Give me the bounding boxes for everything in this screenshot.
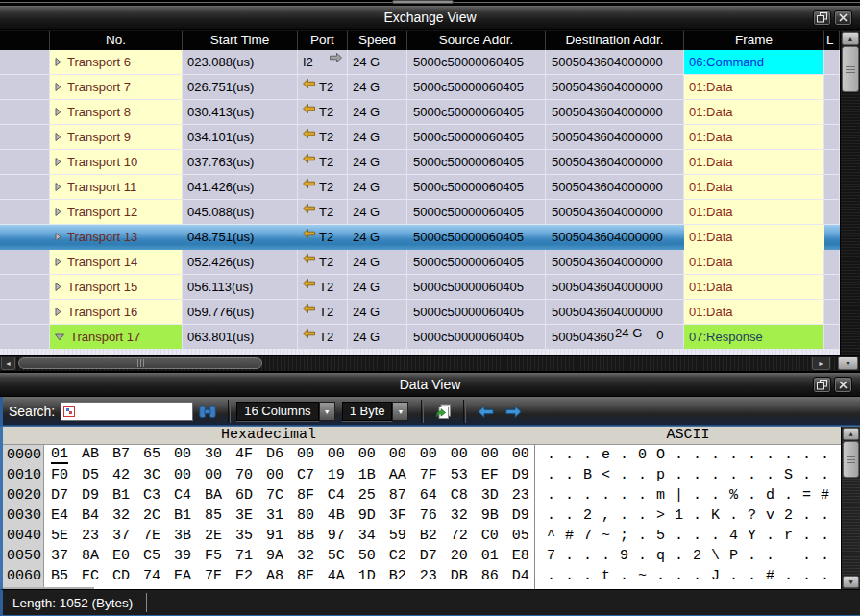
- hex-row[interactable]: 00405E23377E3B2E35918B973459B272C005^#7~…: [3, 526, 841, 546]
- hex-byte[interactable]: F0: [51, 467, 68, 483]
- hex-byte[interactable]: B1: [174, 507, 191, 524]
- vertical-scroll-thumb[interactable]: [843, 441, 859, 478]
- column-header-speed[interactable]: Speed: [348, 31, 407, 50]
- hex-byte[interactable]: E0: [112, 548, 130, 564]
- hex-row[interactable]: 0020D7D9B1C3C4BA6D7C8FC4258764C83D23....…: [3, 485, 841, 505]
- close-button[interactable]: [834, 377, 852, 393]
- column-header-start-time[interactable]: Start Time: [183, 31, 298, 50]
- hex-byte[interactable]: 71: [235, 548, 253, 564]
- hex-byte[interactable]: 00: [297, 446, 314, 464]
- collapse-triangle[interactable]: [55, 330, 64, 344]
- hex-byte[interactable]: 1D: [358, 568, 376, 584]
- hex-byte[interactable]: 87: [389, 487, 406, 504]
- hex-byte[interactable]: 8F: [297, 487, 314, 504]
- column-header-l[interactable]: L: [824, 31, 840, 50]
- previous-button[interactable]: [478, 406, 494, 418]
- hex-byte[interactable]: 32: [451, 507, 468, 524]
- data-view-titlebar[interactable]: Data View: [0, 373, 860, 397]
- hex-byte[interactable]: 85: [205, 507, 222, 524]
- hex-byte[interactable]: 86: [481, 568, 499, 584]
- exchange-row[interactable]: Transport 17063.801(us)T224 G5000c500000…: [0, 325, 840, 350]
- column-header-port[interactable]: Port: [298, 31, 348, 50]
- data-view-vertical-scrollbar[interactable]: ▲ ▼: [841, 427, 860, 589]
- hex-byte[interactable]: D4: [512, 568, 529, 584]
- hex-byte[interactable]: 37: [112, 528, 130, 544]
- hex-byte[interactable]: 7E: [205, 568, 222, 584]
- hex-byte[interactable]: 80: [297, 507, 314, 524]
- hex-byte[interactable]: 50: [358, 548, 376, 564]
- hex-byte[interactable]: 4A: [328, 568, 345, 584]
- exchange-row[interactable]: Transport 12045.088(us)T224 G5000c500000…: [0, 200, 840, 225]
- hex-byte[interactable]: 37: [51, 548, 68, 564]
- hex-byte[interactable]: F5: [205, 548, 222, 564]
- hex-byte[interactable]: E4: [51, 507, 68, 524]
- hex-byte[interactable]: 20: [451, 548, 468, 564]
- hex-byte[interactable]: B2: [420, 528, 437, 544]
- horizontal-scroll-thumb[interactable]: [18, 357, 262, 369]
- exchange-view-titlebar[interactable]: Exchange View: [0, 6, 860, 30]
- hex-byte[interactable]: 00: [266, 467, 283, 483]
- hex-byte[interactable]: 23: [82, 528, 99, 544]
- scroll-up-button[interactable]: ▲: [843, 428, 859, 440]
- hex-byte[interactable]: E2: [235, 568, 253, 584]
- expand-triangle[interactable]: [55, 205, 61, 219]
- hex-byte[interactable]: D9: [82, 487, 99, 504]
- hex-byte[interactable]: B1: [112, 487, 130, 504]
- hex-byte[interactable]: BA: [205, 487, 222, 504]
- hex-byte[interactable]: D7: [51, 487, 68, 504]
- hex-byte[interactable]: 34: [358, 528, 376, 544]
- hex-byte[interactable]: C3: [143, 487, 160, 504]
- hex-byte[interactable]: 3B: [174, 528, 191, 544]
- hex-byte[interactable]: 70: [235, 467, 253, 483]
- hex-byte[interactable]: C4: [174, 487, 191, 504]
- close-button[interactable]: [834, 10, 852, 26]
- hex-byte[interactable]: 2C: [143, 507, 160, 524]
- hex-byte[interactable]: 5C: [328, 548, 345, 564]
- expand-triangle[interactable]: [55, 130, 61, 144]
- find-button[interactable]: [199, 405, 216, 419]
- hex-byte[interactable]: 32: [297, 548, 314, 564]
- expand-triangle[interactable]: [55, 180, 61, 194]
- hex-byte[interactable]: 3D: [481, 487, 499, 504]
- exchange-row[interactable]: Transport 10037.763(us)T224 G5000c500000…: [0, 150, 840, 175]
- expand-triangle[interactable]: [55, 305, 61, 319]
- columns-dropdown-arrow[interactable]: ▼: [319, 402, 335, 421]
- hex-byte[interactable]: EF: [481, 467, 499, 483]
- hex-byte[interactable]: C0: [481, 528, 499, 544]
- exchange-row[interactable]: Transport 11041.426(us)T224 G5000c500000…: [0, 175, 840, 200]
- hex-byte[interactable]: DB: [451, 568, 468, 584]
- exchange-row[interactable]: Transport 7026.751(us)T224 G5000c5000006…: [0, 75, 840, 100]
- hex-byte[interactable]: 4F: [235, 446, 253, 464]
- hex-byte[interactable]: 32: [112, 507, 130, 524]
- hex-byte[interactable]: AB: [82, 446, 99, 464]
- hex-byte[interactable]: 05: [512, 528, 529, 544]
- hex-byte[interactable]: 23: [420, 568, 437, 584]
- hex-row[interactable]: 0060B5ECCD74EA7EE2A88E4A1DB223DB86D4...t…: [3, 566, 841, 586]
- hex-byte[interactable]: 9D: [358, 507, 376, 524]
- hex-byte[interactable]: 00: [389, 446, 406, 464]
- expand-triangle[interactable]: [55, 280, 61, 294]
- expand-triangle[interactable]: [55, 155, 61, 169]
- copy-button[interactable]: [435, 404, 452, 420]
- hex-byte[interactable]: 39: [174, 548, 191, 564]
- hex-byte[interactable]: 9B: [481, 507, 499, 524]
- hex-byte[interactable]: B2: [389, 568, 406, 584]
- column-header-destination-addr[interactable]: Destination Addr.: [546, 31, 684, 50]
- hex-byte[interactable]: D9: [512, 507, 529, 524]
- exchange-row[interactable]: Transport 14052.426(us)T224 G5000c500000…: [0, 250, 840, 275]
- exchange-row[interactable]: Transport 6023.088(us)I224 G5000c5000006…: [0, 50, 840, 75]
- hex-byte[interactable]: 6D: [235, 487, 253, 504]
- byte-unit-dropdown[interactable]: 1 Byte: [342, 402, 393, 421]
- expand-triangle[interactable]: [55, 255, 61, 269]
- hex-byte[interactable]: C7: [297, 467, 314, 483]
- hex-byte[interactable]: 53: [451, 467, 468, 483]
- hex-byte[interactable]: 59: [389, 528, 406, 544]
- expand-triangle[interactable]: [55, 80, 61, 94]
- hex-byte[interactable]: 72: [451, 528, 468, 544]
- hex-byte[interactable]: 1B: [358, 467, 376, 483]
- scroll-down-button[interactable]: ▼: [843, 576, 859, 588]
- hex-byte[interactable]: B4: [82, 507, 99, 524]
- expand-triangle[interactable]: [55, 230, 61, 244]
- column-header-blank[interactable]: [0, 31, 50, 50]
- search-input[interactable]: [61, 402, 193, 421]
